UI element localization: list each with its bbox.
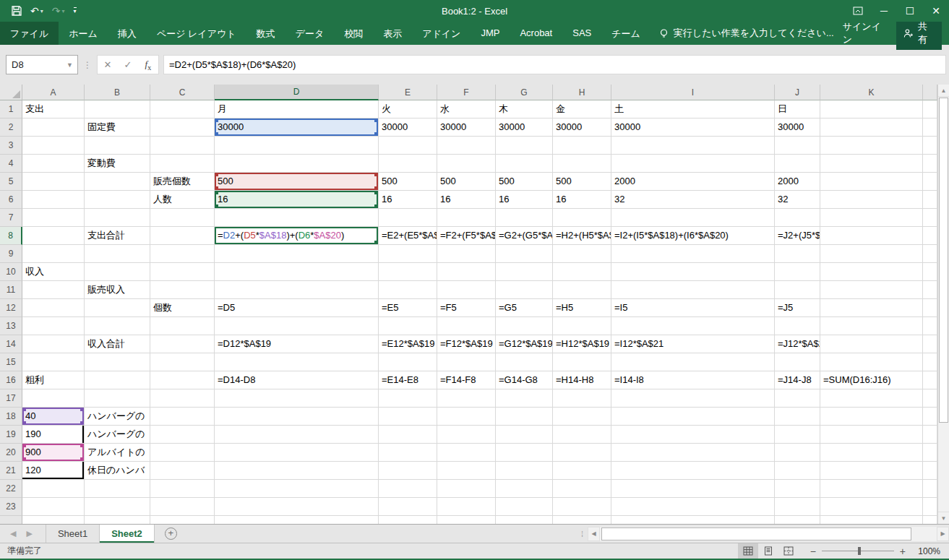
cell-J3[interactable]: [775, 137, 820, 155]
save-icon[interactable]: [12, 6, 22, 16]
cell-H1[interactable]: 金: [553, 100, 611, 119]
cell-A16[interactable]: 粗利: [22, 371, 85, 389]
cell-B2[interactable]: 固定費: [85, 119, 150, 137]
cell-G18[interactable]: [496, 408, 553, 426]
cell-K1[interactable]: [820, 100, 923, 119]
ribbon-tab-ページ レイアウト[interactable]: ページ レイアウト: [147, 22, 246, 45]
cell-E1[interactable]: 火: [379, 100, 437, 119]
cell-K4[interactable]: [820, 155, 923, 173]
column-header-B[interactable]: B: [85, 85, 150, 100]
cell-J18[interactable]: [775, 408, 820, 426]
cell-H3[interactable]: [553, 137, 611, 155]
row-header-21[interactable]: 21: [0, 462, 22, 480]
cell-F17[interactable]: [437, 389, 496, 408]
ribbon-tab-表示[interactable]: 表示: [373, 22, 412, 45]
cell-G2[interactable]: 30000: [496, 119, 553, 137]
cell-C17[interactable]: [150, 389, 215, 408]
cell-G6[interactable]: 16: [496, 191, 553, 209]
cell-E9[interactable]: [379, 245, 437, 263]
row-header-17[interactable]: 17: [0, 389, 22, 408]
row-header-5[interactable]: 5: [0, 173, 22, 191]
cell-K11[interactable]: [820, 281, 923, 299]
cell-F10[interactable]: [437, 263, 496, 281]
cell-I23[interactable]: [611, 498, 775, 516]
close-button[interactable]: ✕: [923, 0, 949, 22]
cell-I18[interactable]: [611, 408, 775, 426]
name-box-dropdown-icon[interactable]: ▼: [66, 61, 77, 69]
cell-E10[interactable]: [379, 263, 437, 281]
cell-H14[interactable]: =H12*$A$19: [553, 335, 611, 353]
row-header-9[interactable]: 9: [0, 245, 22, 263]
cell-F19[interactable]: [437, 426, 496, 444]
cell-H18[interactable]: [553, 408, 611, 426]
cell-H11[interactable]: [553, 281, 611, 299]
cell-I9[interactable]: [611, 245, 775, 263]
cell-K22[interactable]: [820, 480, 923, 498]
cell-B12[interactable]: [85, 299, 150, 317]
insert-function-button[interactable]: fx: [138, 59, 158, 72]
cell-C9[interactable]: [150, 245, 215, 263]
row-header-23[interactable]: 23: [0, 498, 22, 516]
cell-G7[interactable]: [496, 209, 553, 227]
cell-A5[interactable]: [22, 173, 85, 191]
cell-B11[interactable]: 販売収入: [85, 281, 150, 299]
page-layout-view-button[interactable]: [758, 543, 778, 559]
cell-F18[interactable]: [437, 408, 496, 426]
cell-J19[interactable]: [775, 426, 820, 444]
cell-G9[interactable]: [496, 245, 553, 263]
sheet-tab-sheet2[interactable]: Sheet2: [100, 525, 155, 543]
cell-D8[interactable]: =D2+(D5*$A$18)+(D6*$A$20): [215, 227, 379, 245]
cell-J14[interactable]: =J12*$A$21: [775, 335, 820, 353]
cell-F15[interactable]: [437, 353, 496, 371]
cell-I10[interactable]: [611, 263, 775, 281]
row-header-18[interactable]: 18: [0, 408, 22, 426]
cell-F1[interactable]: 水: [437, 100, 496, 119]
cell-B6[interactable]: [85, 191, 150, 209]
cell-H13[interactable]: [553, 317, 611, 335]
cell-C5[interactable]: 販売個数: [150, 173, 215, 191]
cell-D18[interactable]: [215, 408, 379, 426]
cell-B18[interactable]: ハンバーグの: [85, 408, 150, 426]
cell-F11[interactable]: [437, 281, 496, 299]
cell-H24[interactable]: [553, 516, 611, 524]
cell-G3[interactable]: [496, 137, 553, 155]
cell-B24[interactable]: [85, 516, 150, 524]
cell-G10[interactable]: [496, 263, 553, 281]
undo-button[interactable]: ↶▾: [30, 5, 43, 17]
cell-E17[interactable]: [379, 389, 437, 408]
column-header-K[interactable]: K: [820, 85, 923, 100]
cell-F16[interactable]: =F14-F8: [437, 371, 496, 389]
redo-button[interactable]: ↷▾: [52, 5, 65, 17]
tab-scroll-splitter[interactable]: ⁞: [577, 530, 588, 538]
cell-H9[interactable]: [553, 245, 611, 263]
cell-D19[interactable]: [215, 426, 379, 444]
cell-I22[interactable]: [611, 480, 775, 498]
scroll-left-icon[interactable]: ◀: [588, 527, 600, 541]
cell-B17[interactable]: [85, 389, 150, 408]
row-header-1[interactable]: 1: [0, 100, 22, 119]
ribbon-display-options-button[interactable]: [845, 0, 871, 22]
cell-C18[interactable]: [150, 408, 215, 426]
cell-I20[interactable]: [611, 444, 775, 462]
cell-A11[interactable]: [22, 281, 85, 299]
cell-I11[interactable]: [611, 281, 775, 299]
ribbon-tab-校閲[interactable]: 校閲: [334, 22, 373, 45]
cell-J2[interactable]: 30000: [775, 119, 820, 137]
cell-H5[interactable]: 500: [553, 173, 611, 191]
cell-E5[interactable]: 500: [379, 173, 437, 191]
cell-J8[interactable]: =J2+(J5*$A$18)+(J6*$A$20): [775, 227, 820, 245]
cell-C15[interactable]: [150, 353, 215, 371]
cell-G13[interactable]: [496, 317, 553, 335]
cell-J10[interactable]: [775, 263, 820, 281]
cell-B23[interactable]: [85, 498, 150, 516]
row-header-24[interactable]: [0, 516, 22, 524]
cell-B3[interactable]: [85, 137, 150, 155]
ribbon-tab-数式[interactable]: 数式: [246, 22, 285, 45]
cell-B10[interactable]: [85, 263, 150, 281]
cell-J16[interactable]: =J14-J8: [775, 371, 820, 389]
row-header-7[interactable]: 7: [0, 209, 22, 227]
cell-D14[interactable]: =D12*$A$19: [215, 335, 379, 353]
cell-A24[interactable]: [22, 516, 85, 524]
cell-D2[interactable]: 30000: [215, 119, 379, 137]
cell-F21[interactable]: [437, 462, 496, 480]
